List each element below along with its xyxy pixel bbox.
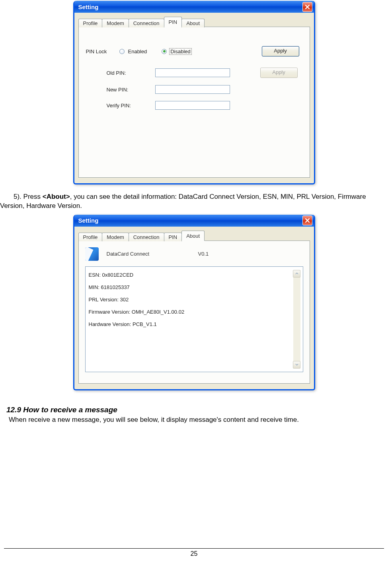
close-button[interactable] [302,2,312,12]
page-number: 25 [0,550,388,557]
about-panel: DataCard Connect V0.1 ESN: 0x801E2CED MI… [78,241,310,384]
apply-pin-button[interactable]: Apply [260,68,298,78]
about-line: MIN: 6181025337 [89,285,293,290]
scroll-down-button[interactable] [293,361,300,369]
setting-dialog-pin: Setting Profile Modem Connection PIN Abo… [73,1,315,184]
about-line: ESN: 0x801E2CED [89,272,293,278]
chevron-down-icon [295,363,298,366]
setting-dialog-about: Setting Profile Modem Connection PIN Abo… [73,215,315,390]
radio-icon [119,49,125,54]
step5-text: 5). Press <About>, you can see the detai… [0,192,381,211]
close-icon [305,218,310,223]
tab-about[interactable]: About [181,231,205,241]
about-line: PRL Version: 302 [89,297,293,302]
radio-enabled-label: Enabled [128,49,147,54]
tabstrip: Profile Modem Connection PIN About [78,231,310,241]
app-logo-icon [85,247,99,261]
radio-disabled-label: Disabled [170,49,191,54]
chevron-up-icon [295,272,298,275]
radio-enabled[interactable]: Enabled [119,49,148,54]
verify-pin-input[interactable] [155,101,230,110]
tab-about[interactable]: About [181,19,205,27]
new-pin-label: New PIN: [107,87,155,93]
old-pin-label: Old PIN: [107,70,155,76]
footer-rule [4,548,384,549]
apply-pinlock-button[interactable]: Apply [262,46,299,56]
radio-disabled[interactable]: Disabled [162,48,192,55]
tab-modem[interactable]: Modem [102,233,129,241]
about-info-box: ESN: 0x801E2CED MIN: 6181025337 PRL Vers… [85,266,303,372]
tab-profile[interactable]: Profile [78,19,103,27]
step5-prefix: 5). Press [0,193,43,200]
about-line: Firmware Version: OMH_AE80I_V1.00.02 [89,309,293,314]
titlebar[interactable]: Setting [74,1,314,13]
titlebar[interactable]: Setting [74,215,314,227]
scroll-up-button[interactable] [293,270,300,278]
radio-icon [162,49,167,54]
tab-profile[interactable]: Profile [78,233,103,241]
verify-pin-label: Verify PIN: [107,103,155,109]
section-body: When receive a new message, you will see… [9,416,381,424]
window-title: Setting [78,4,302,10]
tab-pin[interactable]: PIN [164,233,182,241]
pin-lock-label: PIN Lock [86,49,119,54]
tab-connection[interactable]: Connection [129,19,164,27]
app-version: V0.1 [198,251,209,257]
tabstrip: Profile Modem Connection PIN About [78,17,310,27]
tab-modem[interactable]: Modem [102,19,129,27]
tab-connection[interactable]: Connection [129,233,164,241]
close-button[interactable] [302,215,312,225]
pin-panel: PIN Lock Enabled Disabled Apply Old PIN: [78,27,310,178]
about-line: Hardware Version: PCB_V1.1 [89,322,293,327]
scrollbar[interactable] [293,270,300,369]
tab-pin[interactable]: PIN [164,17,182,27]
section-heading: 12.9 How to receive a message [6,406,388,414]
new-pin-input[interactable] [155,85,230,94]
window-title: Setting [78,217,302,224]
old-pin-input[interactable] [155,68,230,77]
close-icon [305,5,310,9]
app-name: DataCard Connect [107,251,198,257]
step5-bold: <About> [43,193,70,200]
